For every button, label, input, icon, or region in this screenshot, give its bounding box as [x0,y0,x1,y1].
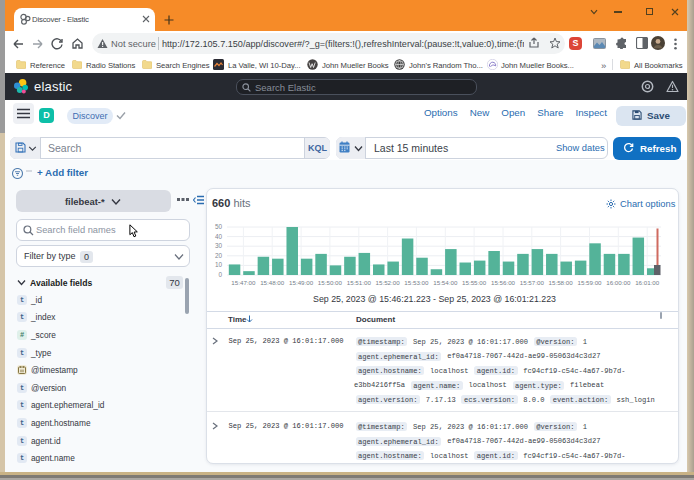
svg-text:15:47:00: 15:47:00 [231,279,256,286]
svg-text:16:01:00: 16:01:00 [635,279,660,286]
svg-text:15:49:00: 15:49:00 [289,279,314,286]
svg-text:15:58:00: 15:58:00 [549,279,574,286]
svg-text:15:51:00: 15:51:00 [347,279,372,286]
svg-text:20: 20 [215,252,223,259]
svg-text:15:55:00: 15:55:00 [462,279,487,286]
svg-text:50: 50 [215,223,223,230]
svg-text:10: 10 [215,261,223,268]
svg-text:15:57:00: 15:57:00 [520,279,545,286]
svg-text:0: 0 [218,271,222,278]
svg-text:15:52:00: 15:52:00 [376,279,401,286]
svg-text:15:56:00: 15:56:00 [491,279,516,286]
svg-text:40: 40 [215,233,223,240]
svg-text:15:59:00: 15:59:00 [577,279,602,286]
svg-text:16:00:00: 16:00:00 [606,279,631,286]
svg-text:15:53:00: 15:53:00 [404,279,429,286]
svg-text:30: 30 [215,242,223,249]
svg-text:15:54:00: 15:54:00 [433,279,458,286]
svg-text:15:50:00: 15:50:00 [318,279,343,286]
svg-text:15:48:00: 15:48:00 [260,279,285,286]
